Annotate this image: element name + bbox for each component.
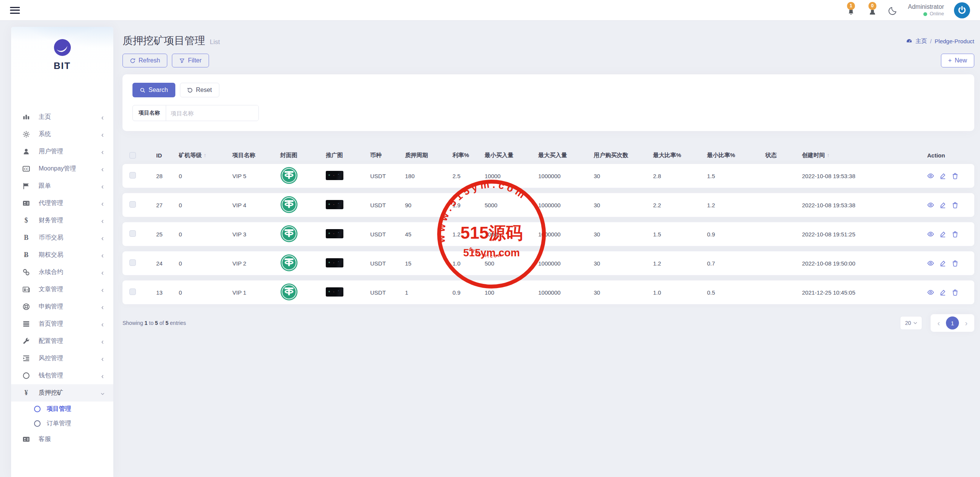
- column-header-label: ID: [156, 152, 162, 159]
- sidebar-item-风控管理[interactable]: 风控管理: [11, 350, 113, 367]
- column-header-label: 矿机等级: [179, 152, 202, 159]
- sidebar-item-跟单[interactable]: 跟单: [11, 177, 113, 195]
- sidebar-item-永续合约[interactable]: 永续合约: [11, 264, 113, 281]
- notifications-bell-icon[interactable]: 1: [845, 5, 857, 16]
- cell-pledge-period: 45: [405, 231, 452, 238]
- hamburger-menu-icon[interactable]: [10, 7, 20, 14]
- cell-max-ratio: 1.2: [653, 260, 707, 267]
- breadcrumb-home-link[interactable]: 主页: [915, 38, 927, 45]
- delete-trash-icon[interactable]: [952, 172, 959, 179]
- view-eye-icon[interactable]: [927, 289, 934, 296]
- select-all-checkbox[interactable]: [129, 152, 136, 159]
- cc-card-icon: CC: [23, 165, 33, 173]
- cell-min-ratio: 0.5: [707, 289, 765, 296]
- sidebar-item-代理管理[interactable]: 代理管理: [11, 195, 113, 212]
- cell-buy-times: 30: [594, 231, 653, 238]
- delete-trash-icon[interactable]: [952, 202, 959, 208]
- view-eye-icon[interactable]: [927, 202, 934, 208]
- cell-miner-level: 0: [179, 289, 232, 296]
- edit-pencil-icon[interactable]: [939, 231, 946, 238]
- prev-page-button[interactable]: ‹: [934, 319, 943, 328]
- user-info: Administrator Online: [908, 3, 944, 17]
- sidebar-item-申购管理[interactable]: 申购管理: [11, 298, 113, 315]
- cell-coin: USDT: [370, 231, 405, 238]
- view-eye-icon[interactable]: [927, 260, 934, 267]
- sidebar-menu: 主页系统用户管理CCMoonpay管理跟单代理管理$财务管理B币币交易Ƀ期权交易…: [11, 86, 113, 448]
- sidebar-item-文章管理[interactable]: 文章管理: [11, 281, 113, 298]
- table-row: 240VIP 2USDT151.05001000000301.20.72022-…: [122, 251, 974, 275]
- sidebar-item-配置管理[interactable]: 配置管理: [11, 333, 113, 350]
- sidebar-item-期权交易[interactable]: Ƀ期权交易: [11, 246, 113, 264]
- row-checkbox[interactable]: [129, 201, 136, 208]
- column-header-矿机等级[interactable]: 矿机等级↑: [179, 152, 232, 159]
- column-header-checkbox: [129, 152, 156, 159]
- cell-created-time: 2022-10-08 19:53:38: [802, 173, 910, 179]
- column-header-label: 币种: [370, 152, 382, 159]
- chevron-down-icon: [100, 391, 105, 395]
- sidebar-item-财务管理[interactable]: $财务管理: [11, 212, 113, 229]
- delete-trash-icon[interactable]: [952, 289, 959, 296]
- sidebar-subitem-项目管理[interactable]: 项目管理: [11, 402, 113, 416]
- sidebar-item-钱包管理[interactable]: 钱包管理: [11, 367, 113, 384]
- sidebar-item-质押挖矿[interactable]: ¥质押挖矿: [11, 384, 113, 402]
- sidebar-subitem-订单管理[interactable]: 订单管理: [11, 416, 113, 431]
- chevron-left-icon: [100, 167, 105, 171]
- circle-bullet-icon: [34, 420, 41, 427]
- column-header-状态: 状态: [765, 152, 802, 159]
- notification-count-badge: 1: [847, 2, 855, 10]
- delete-trash-icon[interactable]: [952, 260, 959, 267]
- view-eye-icon[interactable]: [927, 231, 934, 238]
- row-checkbox[interactable]: [129, 288, 136, 295]
- cell-created-time: 2022-10-08 19:53:38: [802, 202, 910, 208]
- sidebar-item-主页[interactable]: 主页: [11, 108, 113, 126]
- sidebar-item-首页管理[interactable]: 首页管理: [11, 315, 113, 333]
- user-notifications-icon[interactable]: 0: [867, 5, 878, 16]
- chevron-left-icon: [100, 132, 105, 137]
- edit-pencil-icon[interactable]: [939, 289, 946, 296]
- cell-coin: USDT: [370, 173, 405, 179]
- search-button[interactable]: Search: [132, 83, 175, 97]
- letter-b-icon: B: [23, 234, 33, 242]
- page-size-select[interactable]: 20: [900, 316, 922, 330]
- filter-funnel-icon: [179, 58, 185, 64]
- delete-trash-icon[interactable]: [952, 231, 959, 238]
- svg-text:B: B: [24, 234, 29, 241]
- user-avatar-power-icon[interactable]: [954, 2, 970, 18]
- column-header-label: 推广图: [326, 152, 343, 159]
- refresh-button[interactable]: Refresh: [122, 54, 167, 67]
- filter-button[interactable]: Filter: [172, 54, 209, 67]
- row-checkbox[interactable]: [129, 230, 136, 237]
- project-name-input[interactable]: [166, 105, 258, 121]
- dark-mode-moon-icon[interactable]: [888, 5, 898, 15]
- page-subtitle: List: [210, 38, 220, 46]
- new-button[interactable]: + New: [941, 54, 974, 67]
- id-card-icon: [23, 436, 33, 443]
- cell-min-buy: 10000: [485, 173, 538, 179]
- edit-pencil-icon[interactable]: [939, 202, 946, 208]
- notification-count-badge: 0: [868, 2, 876, 10]
- bitcoin-icon: Ƀ: [23, 251, 33, 259]
- reset-button[interactable]: Reset: [180, 83, 219, 97]
- chevron-left-icon: [100, 322, 105, 326]
- sidebar-item-系统[interactable]: 系统: [11, 126, 113, 143]
- promo-image-thumbnail: [326, 258, 343, 267]
- user-icon: [23, 148, 33, 156]
- page-number-button[interactable]: 1: [946, 316, 959, 329]
- sidebar-item-label: 文章管理: [39, 285, 100, 293]
- cell-min-ratio: 1.5: [707, 173, 765, 179]
- next-page-button[interactable]: ›: [962, 319, 970, 328]
- cell-min-buy: 100: [485, 289, 538, 296]
- column-header-创建时间[interactable]: 创建时间↑: [802, 152, 910, 159]
- sidebar-item-币币交易[interactable]: B币币交易: [11, 229, 113, 246]
- row-checkbox[interactable]: [129, 259, 136, 266]
- sidebar-item-用户管理[interactable]: 用户管理: [11, 143, 113, 160]
- sidebar-item-客服[interactable]: 客服: [11, 431, 113, 448]
- row-checkbox[interactable]: [129, 172, 136, 179]
- edit-pencil-icon[interactable]: [939, 172, 946, 179]
- view-eye-icon[interactable]: [927, 172, 934, 179]
- sidebar-item-Moonpay管理[interactable]: CCMoonpay管理: [11, 160, 113, 177]
- edit-pencil-icon[interactable]: [939, 260, 946, 267]
- breadcrumb-current: Pledge-Product: [935, 38, 974, 44]
- sidebar-item-label: 跟单: [39, 182, 100, 190]
- cell-pledge-period: 1: [405, 289, 452, 296]
